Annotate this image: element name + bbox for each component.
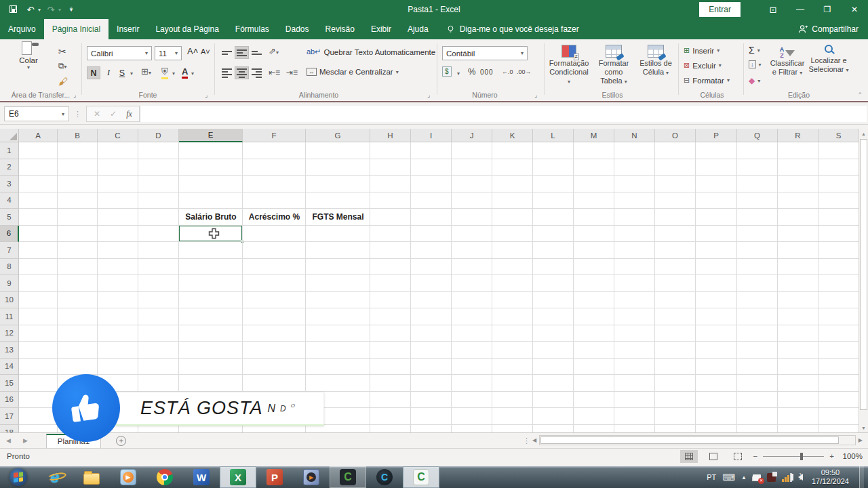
autosum-button[interactable]: Σ▾ [749,45,760,56]
new-sheet-button[interactable]: + [116,436,126,446]
insert-function-icon[interactable]: fx [126,109,132,119]
column-header-B[interactable]: B [58,129,98,142]
increase-decimal-icon[interactable]: ←.0 [502,68,513,75]
insert-cells-button[interactable]: ⊞Inserir▾ [684,46,719,55]
row-header-12[interactable]: 12 [0,325,19,342]
clipboard-dialog-launcher-icon[interactable]: ⌟ [73,92,76,98]
row-header-4[interactable]: 4 [0,192,19,209]
normal-view-button[interactable] [680,450,698,463]
sheet-nav-left-icon[interactable]: ◀ [0,437,17,444]
sign-in-button[interactable]: Entrar [699,2,741,17]
column-header-L[interactable]: L [533,129,574,142]
column-header-R[interactable]: R [778,129,818,142]
row-header-10[interactable]: 10 [0,292,19,309]
zoom-slider[interactable] [763,456,824,457]
row-header-1[interactable]: 1 [0,142,19,159]
ribbon-tab-ajuda[interactable]: Ajuda [399,19,437,39]
ribbon-tab-página-inicial[interactable]: Página Inicial [44,19,108,39]
format-painter-icon[interactable]: 🖌︎ [58,76,68,87]
row-header-2[interactable]: 2 [0,159,19,176]
orientation-icon[interactable]: ⇗▾ [269,46,279,56]
grow-font-icon[interactable]: A˄ [187,46,198,56]
taskbar-item-file-explorer[interactable] [73,466,110,488]
taskbar-item-camtasia[interactable]: C [330,466,366,488]
volume-icon[interactable] [798,474,803,481]
show-desktop-button[interactable] [859,466,864,488]
font-dialog-launcher-icon[interactable]: ⌟ [205,92,208,98]
scroll-left-icon[interactable]: ◀ [530,437,539,443]
ribbon-tab-dados[interactable]: Dados [277,19,317,39]
italic-button[interactable]: I [102,66,115,79]
taskbar-item-camtasia-editor[interactable]: C [403,466,439,488]
select-all-corner[interactable] [0,129,19,142]
comma-style-icon[interactable]: 000 [480,68,494,76]
row-header-6[interactable]: 6 [0,226,19,243]
horizontal-scrollbar[interactable]: ◀ ▶ [530,434,865,446]
column-header-P[interactable]: P [696,129,737,142]
format-as-table-button[interactable]: Formatar como Tabela ▾ [593,45,635,86]
ribbon-tab-arquivo[interactable]: Arquivo [0,19,44,39]
ribbon-tab-inserir[interactable]: Inserir [108,19,147,39]
worksheet-grid[interactable]: ABCDEFGHIJKLMNOPQRS123456789101112131415… [0,129,859,432]
wrap-text-button[interactable]: ab↵ Quebrar Texto Automaticamente [307,47,435,56]
scroll-right-icon[interactable]: ▶ [856,437,865,443]
clock[interactable]: 09:50 17/12/2024 [812,468,849,486]
percent-style-icon[interactable]: % [468,66,476,77]
underline-button[interactable]: S [115,66,129,79]
sheet-nav-right-icon[interactable]: ▶ [17,437,34,444]
align-left-icon[interactable] [220,66,234,79]
ribbon-tab-fórmulas[interactable]: Fórmulas [227,19,277,39]
minimize-button[interactable]: — [787,0,814,19]
number-dialog-launcher-icon[interactable]: ⌟ [534,92,537,98]
language-indicator[interactable]: PT [707,473,716,481]
column-header-C[interactable]: C [98,129,138,142]
shrink-font-icon[interactable]: A˅ [201,47,210,56]
zoom-out-icon[interactable]: − [753,452,758,460]
column-header-F[interactable]: F [243,129,306,142]
taskbar-item-excel[interactable]: X [220,466,256,488]
row-header-17[interactable]: 17 [0,408,19,425]
column-header-H[interactable]: H [370,129,411,142]
column-header-M[interactable]: M [574,129,614,142]
ribbon-display-options-icon[interactable]: ⊡ [760,0,787,19]
format-cells-button[interactable]: ⊟Formatar▾ [684,76,730,85]
cell-styles-button[interactable]: Estilos de Célula ▾ [636,45,675,77]
clear-button[interactable]: ◆▾ [749,76,760,85]
tell-me-box[interactable]: Diga-me o que você deseja fazer [446,19,579,39]
collapse-ribbon-icon[interactable]: ⌃ [857,92,863,98]
zoom-level[interactable]: 100% [841,452,863,460]
page-layout-view-button[interactable] [705,450,722,463]
row-header-18[interactable]: 18 [0,425,19,433]
conditional-formatting-button[interactable]: Formatação Condicional ▾ [548,45,590,86]
row-header-16[interactable]: 16 [0,392,19,409]
scroll-up-icon[interactable]: ▲ [859,129,868,138]
font-family-select[interactable]: Calibri▾ [87,46,152,60]
ribbon-tab-revisão[interactable]: Revisão [317,19,363,39]
ribbon-tab-layout-da-página[interactable]: Layout da Página [147,19,226,39]
column-header-I[interactable]: I [411,129,452,142]
zoom-in-icon[interactable]: + [829,452,834,460]
font-color-caret-icon[interactable]: ▾ [191,70,194,77]
close-button[interactable]: ✕ [841,0,868,19]
number-format-select[interactable]: Contábil▾ [442,46,528,60]
decrease-indent-icon[interactable]: ⇤≡ [269,68,280,77]
column-header-K[interactable]: K [492,129,533,142]
underline-caret-icon[interactable]: ▾ [130,70,133,77]
align-middle-icon[interactable] [235,46,249,59]
accounting-format-icon[interactable]: $ [442,66,452,77]
bold-button[interactable]: N [87,66,100,79]
zoom-slider-thumb[interactable] [800,453,803,460]
column-header-J[interactable]: J [452,129,492,142]
keyboard-icon[interactable]: ⌨ [722,472,735,483]
align-bottom-icon[interactable] [250,46,264,59]
delete-cells-button[interactable]: ⊠Excluir▾ [684,61,722,70]
ribbon-tab-exibir[interactable]: Exibir [363,19,399,39]
row-header-13[interactable]: 13 [0,342,19,359]
taskbar-item-chrome[interactable] [146,466,183,488]
cell-F5[interactable]: Acréscimo % [243,209,306,226]
decrease-decimal-icon[interactable]: .00→ [517,68,532,75]
fill-button[interactable]: ↓▾ [749,60,762,68]
column-header-S[interactable]: S [818,129,859,142]
row-header-8[interactable]: 8 [0,259,19,276]
name-box[interactable]: E6 ▾ [4,106,69,121]
